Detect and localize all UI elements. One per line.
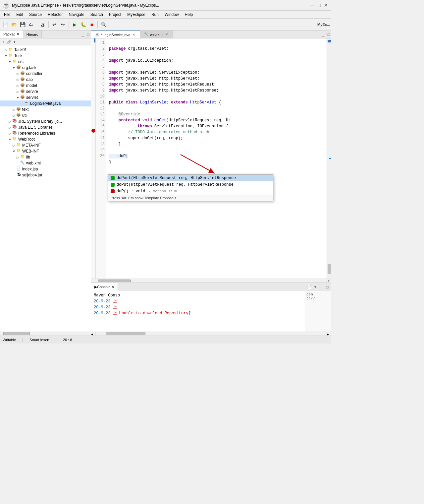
tab-webxml[interactable]: 🔧 web.xml ✕ — [140, 31, 173, 38]
tree-item-webxml[interactable]: 🔧 web.xml — [0, 160, 91, 166]
menu-project[interactable]: Project — [106, 12, 124, 18]
toolbar-redo[interactable]: ↪ — [59, 21, 67, 29]
menu-edit[interactable]: Edit — [14, 12, 26, 18]
menu-navigate[interactable]: Navigate — [66, 12, 87, 18]
tree-item-metainf[interactable]: ▷ 📁 META-INF — [0, 142, 91, 148]
ac-icon-dop-stub — [111, 189, 115, 193]
tree-item-tesk[interactable]: ▼ 📁 Tesk — [0, 53, 91, 59]
toolbar-undo[interactable]: ↩ — [50, 21, 58, 29]
toolbar-save[interactable]: 💾 — [19, 21, 26, 29]
scroll-right-arrow[interactable]: ▸ — [327, 332, 331, 336]
editor-maximize-icon[interactable]: □ — [326, 32, 331, 37]
tab-loginservlet-icon: ☕ — [95, 32, 100, 37]
ac-hint-dop-stub: - Method stub — [148, 189, 177, 193]
tree-item-javaee[interactable]: ▷ 📚 Java EE 5 Libraries — [0, 124, 91, 130]
panel-maximize-icon[interactable]: □ — [85, 32, 91, 37]
maximize-button[interactable]: □ — [317, 3, 322, 8]
console-ctrl-new[interactable]: 📄 — [307, 284, 312, 290]
editor-minimize-icon[interactable]: _ — [321, 32, 326, 37]
autocomplete-item-dop-stub[interactable]: doP() : void - Method stub — [108, 188, 273, 195]
autocomplete-status: Press 'Alt+/' to show Template Proposals — [108, 195, 273, 201]
tree-item-dao[interactable]: ▷ 📦 dao — [0, 77, 91, 83]
console-scroll-track[interactable] — [96, 332, 327, 336]
tree-item-sqljdbc[interactable]: 🗜 sqljdbc4.jar — [0, 172, 91, 178]
tree-item-controller[interactable]: ▷ 📦 controller — [0, 71, 91, 77]
toolbar-debug[interactable]: 🐛 — [79, 21, 87, 29]
tree-label-jre: JRE System Library [jd... — [18, 119, 62, 124]
console-line-2: 20-9-23 上 — [94, 304, 302, 310]
menu-refactor[interactable]: Refactor — [45, 12, 65, 18]
tab-hierarchy[interactable]: Hierarc — [23, 31, 42, 38]
tab-webxml-label: web.xml — [150, 32, 163, 36]
tree-item-task01[interactable]: ▷ 📁 Task01 — [0, 47, 91, 53]
tree-item-webroot[interactable]: ▼ 📁 WebRoot — [0, 136, 91, 142]
toolbar-search[interactable]: 🔍 — [99, 21, 107, 29]
scroll-left-arrow[interactable]: ◂ — [91, 332, 96, 336]
console-right-url: p:// — [306, 296, 330, 300]
toolbar-stop[interactable]: ■ — [88, 21, 96, 29]
menu-search[interactable]: Search — [88, 12, 106, 18]
menu-help[interactable]: Help — [182, 12, 196, 18]
editor-gutter — [91, 38, 96, 279]
close-button[interactable]: ✕ — [323, 3, 329, 8]
editor-vertical-scrollbar[interactable] — [327, 38, 331, 279]
menu-myeclipse[interactable]: MyEclipse — [125, 12, 148, 18]
pkg-icon-text: 📦 — [16, 107, 21, 112]
tree-item-orgtask[interactable]: ▼ 📦 org.task — [0, 65, 91, 71]
tree-item-model[interactable]: ▷ 📦 model — [0, 83, 91, 89]
autocomplete-item-dopost[interactable]: doPost(HttpServletRequest req, HttpServl… — [108, 175, 273, 181]
menu-source[interactable]: Source — [26, 12, 44, 18]
tree-item-servire[interactable]: ▷ 📦 servire — [0, 89, 91, 94]
tree-item-servlet[interactable]: ▼ 📦 servlet — [0, 94, 91, 100]
tree-item-jre[interactable]: ▷ 📚 JRE System Library [jd... — [0, 118, 91, 124]
tree-label-indexjsp: index.jsp — [22, 167, 38, 171]
toolbar-new[interactable]: 📄 — [1, 21, 9, 29]
tab-loginservlet-close[interactable]: ✕ — [132, 33, 136, 36]
minimize-button[interactable]: — — [310, 3, 315, 8]
link-editor-icon[interactable]: 🔗 — [7, 39, 12, 44]
menu-run[interactable]: Run — [149, 12, 161, 18]
tree-item-src[interactable]: ▼ 📁 src — [0, 59, 91, 65]
tab-loginservlet-label: *LoginServlet.java — [101, 33, 131, 37]
tree-item-reflibs[interactable]: ▷ 📚 Referenced Libraries — [0, 130, 91, 136]
tree-menu-icon[interactable]: ▾ — [12, 39, 17, 44]
console-ctrl-down[interactable]: ▾ — [313, 284, 318, 290]
tree-item-util[interactable]: ▷ 📦 util — [0, 112, 91, 118]
console-right-label: cen — [306, 292, 330, 296]
editor-horizontal-scrollbar[interactable]: ◻ — [91, 279, 331, 283]
menu-window[interactable]: Window — [162, 12, 182, 18]
tree-arrow-src: ▼ — [8, 60, 12, 64]
tab-package-explorer[interactable]: Packag ✕ — [0, 31, 23, 38]
title-bar-controls: — □ ✕ — [310, 3, 329, 8]
tree-item-indexjsp[interactable]: 📄 index.jsp — [0, 166, 91, 172]
console-maximize-icon[interactable]: □ — [325, 284, 330, 290]
jar-icon-sqljdbc: 🗜 — [16, 172, 21, 178]
autocomplete-item-doput[interactable]: doPut(HttpServletRequest req, HttpServle… — [108, 181, 273, 188]
toolbar-save-all[interactable]: 🗂 — [27, 21, 35, 29]
collapse-all-icon[interactable]: ⇤ — [1, 39, 7, 44]
console-title-line: Maven Conso — [94, 292, 302, 298]
tab-loginservlet[interactable]: ☕ *LoginServlet.java ✕ — [91, 31, 140, 38]
tree-item-text[interactable]: ▷ 📦 text — [0, 106, 91, 112]
toolbar-run[interactable]: ▶ — [71, 21, 79, 29]
console-scroll-row[interactable]: ◂ ▸ — [91, 332, 331, 336]
console-section: ▶ Console ✕ 📄 ▾ _ □ Maven Conso — [91, 283, 331, 336]
tree-arrow-dao: ▷ — [16, 78, 20, 82]
toolbar-print[interactable]: 🖨 — [39, 21, 47, 29]
tree-item-webinf[interactable]: ▼ 📁 WEB-INF — [0, 148, 91, 154]
console-minimize-icon[interactable]: _ — [319, 284, 324, 290]
console-time-3: 上 — [113, 311, 117, 316]
status-position: 20 : 8 — [63, 338, 72, 342]
tab-webxml-close[interactable]: ✕ — [165, 32, 169, 36]
autocomplete-dropdown: doPost(HttpServletRequest req, HttpServl… — [108, 174, 273, 201]
code-editor[interactable]: package org.task.servlet; import java.io… — [106, 38, 327, 279]
menu-file[interactable]: File — [1, 12, 13, 18]
console-time-2: 上 — [113, 305, 117, 310]
tab-console[interactable]: ▶ Console ✕ — [91, 283, 118, 291]
toolbar-open[interactable]: 📂 — [10, 21, 18, 29]
panel-minimize-icon[interactable]: _ — [80, 32, 85, 37]
tree-item-lib[interactable]: ▷ 📁 lib — [0, 154, 91, 160]
tree-item-loginservlet[interactable]: ☕ LoginServlet.java — [0, 100, 91, 106]
folder-icon-webinf: 📁 — [16, 149, 21, 154]
left-panel-scrollbar[interactable] — [0, 332, 91, 336]
